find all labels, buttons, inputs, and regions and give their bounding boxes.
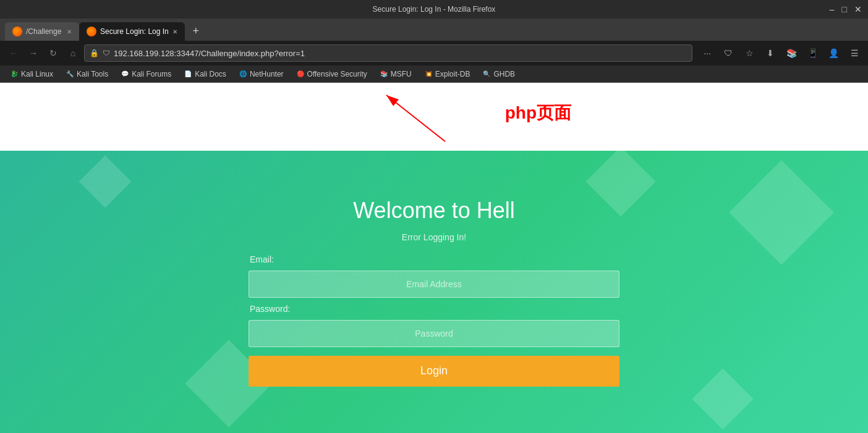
php-annotation-label: php页面 [505, 101, 571, 125]
page-content: Welcome to Hell Error Logging In! Email:… [0, 151, 868, 433]
login-button[interactable]: Login [249, 356, 619, 387]
kali-tools-icon: 🔧 [66, 70, 74, 78]
synced-tabs-icon[interactable]: 📱 [804, 44, 821, 62]
deco-shape-5 [692, 369, 754, 430]
tab-close-active-button[interactable]: ✕ [172, 28, 177, 35]
account-icon[interactable]: 👤 [825, 44, 842, 62]
bookmark-kali-docs[interactable]: 📄 Kali Docs [179, 69, 231, 80]
bookmark-label: GHDB [493, 70, 515, 78]
bookmark-label: MSFU [391, 70, 412, 78]
password-label: Password: [250, 304, 290, 314]
kali-linux-icon: 🐉 [10, 70, 19, 78]
home-button[interactable]: ⌂ [64, 44, 82, 62]
email-label: Email: [250, 254, 274, 264]
kali-forums-icon: 💬 [121, 70, 129, 78]
security-icon: 🔒 [90, 49, 99, 57]
close-window-button[interactable]: ✕ [854, 4, 862, 14]
address-bar[interactable]: 🔒 🛡 192.168.199.128:33447/Challenge/inde… [84, 44, 692, 62]
kali-docs-icon: 📄 [184, 70, 192, 78]
tab-close-button[interactable]: ✕ [67, 28, 72, 35]
forward-button[interactable]: → [25, 44, 42, 62]
nethunter-icon: 🌐 [239, 70, 247, 78]
window-title: Secure Login: Log In - Mozilla Firefox [373, 5, 496, 14]
bookmark-kali-tools[interactable]: 🔧 Kali Tools [61, 69, 113, 80]
tab-secure-login[interactable]: Secure Login: Log In ✕ [79, 22, 185, 41]
bookmark-ghdb[interactable]: 🔍 GHDB [477, 69, 520, 80]
tab-favicon [12, 27, 22, 36]
back-button[interactable]: ← [5, 44, 22, 62]
new-tab-button[interactable]: + [187, 22, 205, 40]
deco-shape-1 [79, 156, 132, 208]
shield-icon: 🛡 [103, 49, 110, 57]
bookmark-label: Kali Forums [132, 70, 171, 78]
welcome-title: Welcome to Hell [353, 198, 514, 224]
tab-label-active: Secure Login: Log In [100, 27, 169, 36]
library-icon[interactable]: 📚 [783, 44, 800, 62]
bookmark-label: Kali Linux [21, 70, 53, 78]
bookmark-label: Exploit-DB [435, 70, 470, 78]
deco-shape-4 [729, 160, 834, 265]
titlebar: Secure Login: Log In - Mozilla Firefox –… [0, 0, 868, 19]
shield-protect-icon[interactable]: 🛡 [720, 44, 737, 62]
ghdb-icon: 🔍 [482, 70, 491, 78]
reload-button[interactable]: ↻ [45, 44, 62, 62]
exploit-db-icon: 💥 [424, 70, 433, 78]
bookmark-kali-forums[interactable]: 💬 Kali Forums [116, 69, 176, 80]
tab-favicon-active [87, 27, 96, 36]
tab-challenge[interactable]: /Challenge ✕ [5, 22, 79, 41]
tab-label: /Challenge [26, 27, 61, 36]
menu-button[interactable]: ☰ [846, 44, 863, 62]
download-icon[interactable]: ⬇ [762, 44, 779, 62]
bookmark-label: NetHunter [250, 70, 284, 78]
error-message: Error Logging In! [402, 232, 466, 242]
bookmark-exploit-db[interactable]: 💥 Exploit-DB [419, 69, 475, 80]
tab-bar: /Challenge ✕ Secure Login: Log In ✕ + [0, 19, 868, 41]
login-container: Welcome to Hell Error Logging In! Email:… [249, 198, 619, 387]
bookmark-nethunter[interactable]: 🌐 NetHunter [234, 69, 289, 80]
email-input[interactable] [249, 271, 619, 298]
svg-line-1 [386, 95, 445, 141]
bookmarks-bar: 🐉 Kali Linux 🔧 Kali Tools 💬 Kali Forums … [0, 65, 868, 83]
bookmark-label: Kali Docs [195, 70, 226, 78]
bookmark-label: Offensive Security [307, 70, 367, 78]
bookmark-star-icon[interactable]: ☆ [741, 44, 758, 62]
password-input[interactable] [249, 320, 619, 347]
bookmark-label: Kali Tools [77, 70, 108, 78]
annotation-arrow-svg [0, 83, 868, 151]
offensive-security-icon: 🔴 [296, 70, 305, 78]
maximize-button[interactable]: □ [842, 4, 847, 14]
msfu-icon: 📚 [380, 70, 388, 78]
nav-icon-group: ··· 🛡 ☆ ⬇ 📚 📱 👤 ☰ [699, 44, 863, 62]
minimize-button[interactable]: – [830, 4, 835, 14]
annotation-area: php页面 [0, 83, 868, 151]
bookmark-offensive-security[interactable]: 🔴 Offensive Security [291, 69, 372, 80]
url-text[interactable]: 192.168.199.128:33447/Challenge/index.ph… [114, 49, 687, 58]
window-controls[interactable]: – □ ✕ [830, 4, 862, 14]
bookmark-kali-linux[interactable]: 🐉 Kali Linux [5, 69, 58, 80]
more-button[interactable]: ··· [699, 44, 716, 62]
navbar: ← → ↻ ⌂ 🔒 🛡 192.168.199.128:33447/Challe… [0, 41, 868, 65]
bookmark-msfu[interactable]: 📚 MSFU [375, 69, 417, 80]
